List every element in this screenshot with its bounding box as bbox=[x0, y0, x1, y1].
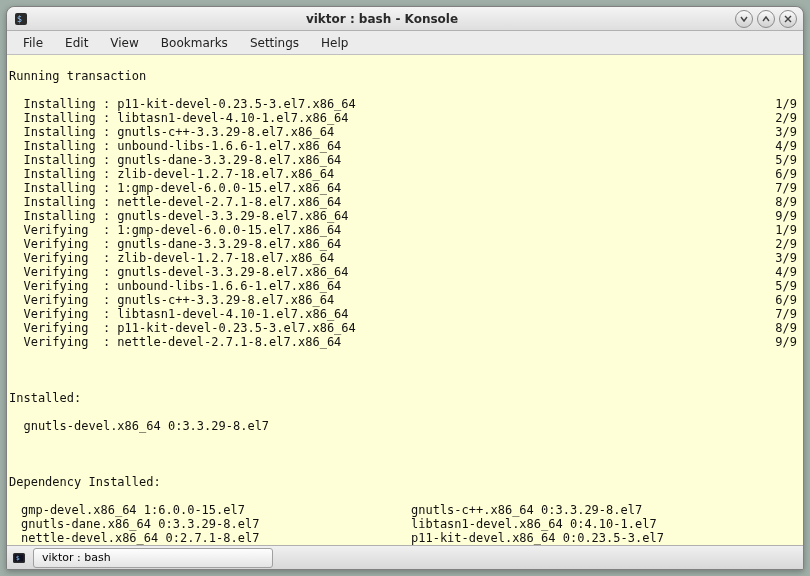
menu-edit[interactable]: Edit bbox=[55, 33, 98, 53]
output-line: gnutls-dane.x86_64 0:3.3.29-8.el7libtasn… bbox=[9, 517, 801, 531]
tab-bar: $ viktor : bash bbox=[7, 545, 803, 569]
output-line: Installing : p11-kit-devel-0.23.5-3.el7.… bbox=[9, 97, 801, 111]
tab-button[interactable]: viktor : bash bbox=[33, 548, 273, 568]
menu-help[interactable]: Help bbox=[311, 33, 358, 53]
menubar: File Edit View Bookmarks Settings Help bbox=[7, 31, 803, 55]
output-line: Verifying : gnutls-c++-3.3.29-8.el7.x86_… bbox=[9, 293, 801, 307]
konsole-window: $ viktor : bash - Konsole File Edit View… bbox=[6, 6, 804, 570]
menu-file[interactable]: File bbox=[13, 33, 53, 53]
output-line: Installing : libtasn1-devel-4.10-1.el7.x… bbox=[9, 111, 801, 125]
output-line: Installing : unbound-libs-1.6.6-1.el7.x8… bbox=[9, 139, 801, 153]
output-line: Verifying : 1:gmp-devel-6.0.0-15.el7.x86… bbox=[9, 223, 801, 237]
output-line bbox=[9, 363, 801, 377]
output-line: nettle-devel.x86_64 0:2.7.1-8.el7p11-kit… bbox=[9, 531, 801, 545]
output-line: Installing : gnutls-dane-3.3.29-8.el7.x8… bbox=[9, 153, 801, 167]
output-line: Installing : 1:gmp-devel-6.0.0-15.el7.x8… bbox=[9, 181, 801, 195]
menu-bookmarks[interactable]: Bookmarks bbox=[151, 33, 238, 53]
output-line bbox=[9, 447, 801, 461]
terminal-view[interactable]: Running transaction Installing : p11-kit… bbox=[7, 55, 803, 545]
output-line: Verifying : libtasn1-devel-4.10-1.el7.x8… bbox=[9, 307, 801, 321]
output-line: Verifying : gnutls-dane-3.3.29-8.el7.x86… bbox=[9, 237, 801, 251]
output-line: gmp-devel.x86_64 1:6.0.0-15.el7gnutls-c+… bbox=[9, 503, 801, 517]
output-line: Installing : gnutls-c++-3.3.29-8.el7.x86… bbox=[9, 125, 801, 139]
output-line: Running transaction bbox=[9, 69, 801, 83]
output-line: Verifying : unbound-libs-1.6.6-1.el7.x86… bbox=[9, 279, 801, 293]
minimize-button[interactable] bbox=[735, 10, 753, 28]
output-line: Installing : gnutls-devel-3.3.29-8.el7.x… bbox=[9, 209, 801, 223]
output-line: Verifying : nettle-devel-2.7.1-8.el7.x86… bbox=[9, 335, 801, 349]
output-line: Verifying : zlib-devel-1.2.7-18.el7.x86_… bbox=[9, 251, 801, 265]
maximize-button[interactable] bbox=[757, 10, 775, 28]
output-line: gnutls-devel.x86_64 0:3.3.29-8.el7 bbox=[9, 419, 801, 433]
app-icon: $ bbox=[13, 11, 29, 27]
svg-text:$: $ bbox=[16, 554, 20, 561]
output-line: Installing : zlib-devel-1.2.7-18.el7.x86… bbox=[9, 167, 801, 181]
menu-settings[interactable]: Settings bbox=[240, 33, 309, 53]
output-line: Verifying : gnutls-devel-3.3.29-8.el7.x8… bbox=[9, 265, 801, 279]
menu-view[interactable]: View bbox=[100, 33, 148, 53]
close-button[interactable] bbox=[779, 10, 797, 28]
tab-label: viktor : bash bbox=[42, 551, 111, 564]
new-tab-icon[interactable]: $ bbox=[11, 550, 27, 566]
titlebar[interactable]: $ viktor : bash - Konsole bbox=[7, 7, 803, 31]
output-line: Dependency Installed: bbox=[9, 475, 801, 489]
window-controls bbox=[735, 10, 797, 28]
svg-text:$: $ bbox=[17, 15, 22, 24]
window-title: viktor : bash - Konsole bbox=[29, 12, 735, 26]
output-line: Verifying : p11-kit-devel-0.23.5-3.el7.x… bbox=[9, 321, 801, 335]
output-line: Installing : nettle-devel-2.7.1-8.el7.x8… bbox=[9, 195, 801, 209]
output-line: Installed: bbox=[9, 391, 801, 405]
